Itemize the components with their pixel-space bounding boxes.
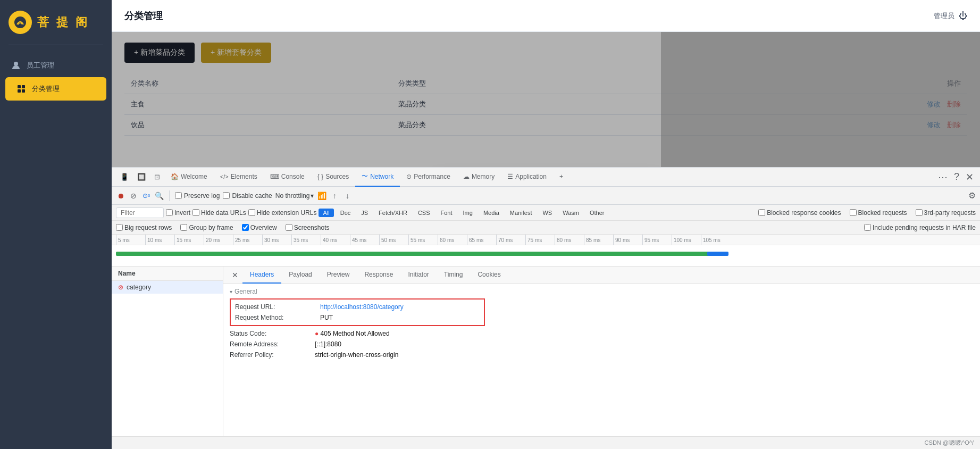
hide-extension-urls-checkbox[interactable]: Hide extension URLs xyxy=(248,209,317,217)
filter-fetchxhr-btn[interactable]: Fetch/XHR xyxy=(374,209,412,217)
upload-icon[interactable]: ↑ xyxy=(330,191,339,201)
svg-rect-2 xyxy=(18,85,21,88)
detail-tab-payload[interactable]: Payload xyxy=(281,267,319,284)
tab-add[interactable]: + xyxy=(553,168,569,187)
filter-input[interactable] xyxy=(116,207,164,218)
tab-elements[interactable]: </> Elements xyxy=(214,168,264,187)
detail-key-status: Status Code: xyxy=(230,330,315,337)
hide-data-urls-checkbox[interactable]: Hide data URLs xyxy=(192,209,246,217)
tab-network[interactable]: 〜 Network xyxy=(355,168,400,187)
big-rows-checkbox[interactable]: Big request rows xyxy=(116,224,172,231)
section-arrow-icon: ▾ xyxy=(230,289,232,295)
group-by-frame-checkbox[interactable]: Group by frame xyxy=(180,224,233,231)
grid-icon xyxy=(16,84,27,94)
devtools-toolbar: ⏺ ⊘ ⊙3 🔍 Preserve log Disable cache No t… xyxy=(112,187,980,205)
third-party-label: 3rd-party requests xyxy=(924,209,976,217)
invert-checkbox[interactable]: Invert xyxy=(166,209,190,217)
filter-doc-btn[interactable]: Doc xyxy=(336,209,355,217)
filter-img-btn[interactable]: Img xyxy=(459,209,477,217)
request-list-item-category[interactable]: ⊗ category xyxy=(112,281,223,294)
preserve-log-checkbox[interactable]: Preserve log xyxy=(175,192,220,199)
wifi-icon[interactable]: 📶 xyxy=(317,191,326,201)
console-icon: ⌨ xyxy=(270,173,279,180)
sidebar: 菩 提 阁 员工管理 分类管理 xyxy=(0,0,112,449)
chevron-down-icon: ▾ xyxy=(311,192,314,199)
search-btn[interactable]: 🔍 xyxy=(154,191,164,201)
detail-tab-timing[interactable]: Timing xyxy=(437,267,471,284)
sidebar-nav: 员工管理 分类管理 xyxy=(0,45,112,109)
filter-css-btn[interactable]: CSS xyxy=(414,209,434,217)
devtools-timeline: 5 ms 10 ms 15 ms 20 ms 25 ms 30 ms 35 ms… xyxy=(112,235,980,267)
tick-85ms: 85 ms xyxy=(584,235,613,245)
blocked-requests-label: Blocked requests xyxy=(858,209,907,217)
filter-ws-btn[interactable]: WS xyxy=(538,209,556,217)
devtools-console-drawer-icon[interactable]: ⊡ xyxy=(150,171,164,183)
tab-memory[interactable]: ☁ Memory xyxy=(457,168,501,187)
screenshots-label: Screenshots xyxy=(294,224,330,231)
filter-js-btn[interactable]: JS xyxy=(357,209,372,217)
application-icon: ☰ xyxy=(507,173,513,180)
detail-val-status: ● 405 Method Not Allowed xyxy=(315,330,974,337)
tab-application-label: Application xyxy=(515,173,547,180)
url-link[interactable]: http://localhost:8080/category xyxy=(320,303,404,311)
detail-row-status: Status Code: ● 405 Method Not Allowed xyxy=(230,328,974,339)
help-icon[interactable]: ? xyxy=(952,171,961,182)
devtools-tabs-bar: 📱 🔲 ⊡ 🏠 Welcome </> Elements ⌨ Console {… xyxy=(112,168,980,187)
detail-tab-headers[interactable]: Headers xyxy=(242,267,281,284)
detail-key-method: Request Method: xyxy=(235,314,320,321)
tick-55ms: 55 ms xyxy=(408,235,438,245)
tab-application[interactable]: ☰ Application xyxy=(501,168,553,187)
close-devtools-icon[interactable]: ✕ xyxy=(964,171,976,183)
page-title: 分类管理 xyxy=(124,10,163,22)
filter-wasm-btn[interactable]: Wasm xyxy=(558,209,583,217)
filter-toggle-btn[interactable]: ⊙3 xyxy=(141,191,151,201)
tab-console[interactable]: ⌨ Console xyxy=(264,168,311,187)
blocked-requests-checkbox[interactable]: Blocked requests xyxy=(850,209,907,217)
sidebar-item-employee[interactable]: 员工管理 xyxy=(0,54,112,77)
detail-tab-response[interactable]: Response xyxy=(357,267,400,284)
overview-checkbox[interactable]: Overview xyxy=(242,224,277,231)
filter-all-btn[interactable]: All xyxy=(319,209,333,217)
hide-data-urls-label: Hide data URLs xyxy=(201,209,246,217)
detail-val-method: PUT xyxy=(320,314,480,321)
download-icon[interactable]: ↓ xyxy=(342,191,352,201)
network-icon: 〜 xyxy=(362,172,368,181)
disable-cache-checkbox[interactable]: Disable cache xyxy=(223,192,272,199)
filter-manifest-btn[interactable]: Manifest xyxy=(506,209,537,217)
sidebar-item-employee-label: 员工管理 xyxy=(27,61,54,70)
devtools-device-icon[interactable]: 📱 xyxy=(116,171,133,183)
power-icon: ⏻ xyxy=(959,11,967,21)
clear-btn[interactable]: ⊘ xyxy=(129,191,138,201)
screenshots-checkbox[interactable]: Screenshots xyxy=(286,224,330,231)
general-section-header[interactable]: ▾ General xyxy=(230,288,974,295)
filter-media-btn[interactable]: Media xyxy=(479,209,504,217)
throttle-select[interactable]: No throttling ▾ xyxy=(275,192,314,199)
general-section-label: General xyxy=(234,288,257,295)
detail-tab-preview[interactable]: Preview xyxy=(320,267,357,284)
filter-font-btn[interactable]: Font xyxy=(437,209,457,217)
detail-row-method: Request Method: PUT xyxy=(235,312,480,323)
include-pending-checkbox[interactable]: Include pending requests in HAR file xyxy=(864,224,976,231)
tab-performance[interactable]: ⊙ Performance xyxy=(400,168,457,187)
tab-welcome-label: Welcome xyxy=(181,173,207,180)
tab-performance-label: Performance xyxy=(414,173,450,180)
detail-tab-initiator[interactable]: Initiator xyxy=(400,267,436,284)
main-content: 分类管理 管理员 ⏻ + 新增菜品分类 + 新增套餐分类 分类名称 分类类型 操… xyxy=(112,0,980,449)
tab-sources[interactable]: { } Sources xyxy=(311,168,355,187)
more-tabs-icon[interactable]: ⋯ xyxy=(936,171,950,183)
toolbar-sep-1 xyxy=(169,190,170,201)
filter-other-btn[interactable]: Other xyxy=(585,209,609,217)
settings-icon[interactable]: ⚙ xyxy=(968,190,976,201)
close-detail-btn[interactable]: ✕ xyxy=(228,271,242,279)
detail-val-remote: [::1]:8080 xyxy=(315,340,974,348)
detail-key-remote: Remote Address: xyxy=(230,340,315,348)
tick-45ms: 45 ms xyxy=(350,235,379,245)
detail-tab-cookies[interactable]: Cookies xyxy=(470,267,508,284)
tab-welcome[interactable]: 🏠 Welcome xyxy=(164,168,214,187)
detail-row-remote: Remote Address: [::1]:8080 xyxy=(230,339,974,350)
record-btn[interactable]: ⏺ xyxy=(116,191,125,201)
blocked-cookies-checkbox[interactable]: Blocked response cookies xyxy=(758,209,841,217)
sidebar-item-category[interactable]: 分类管理 xyxy=(5,77,106,101)
third-party-checkbox[interactable]: 3rd-party requests xyxy=(916,209,976,217)
devtools-inspect-icon[interactable]: 🔲 xyxy=(133,171,150,183)
